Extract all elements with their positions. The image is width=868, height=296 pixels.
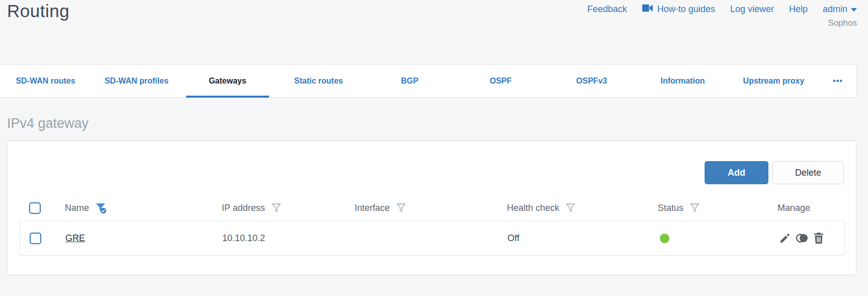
page-header: Routing Feedback How-to guides Log viewe… bbox=[0, 0, 868, 64]
filter-icon[interactable] bbox=[565, 202, 576, 213]
chevron-down-icon bbox=[851, 8, 857, 12]
tab-bar: SD-WAN routes SD-WAN profiles Gateways S… bbox=[0, 64, 857, 98]
tab-ospf[interactable]: OSPF bbox=[455, 65, 546, 97]
video-camera-icon bbox=[642, 4, 653, 15]
add-button[interactable]: Add bbox=[705, 161, 768, 184]
column-health-label: Health check bbox=[507, 203, 559, 213]
column-header-health: Health check bbox=[507, 202, 658, 213]
tab-static-routes[interactable]: Static routes bbox=[273, 65, 364, 97]
filter-icon[interactable] bbox=[271, 202, 282, 213]
tab-sdwan-routes[interactable]: SD-WAN routes bbox=[0, 65, 91, 97]
gateway-name-cell: GRE bbox=[65, 233, 222, 244]
tab-sdwan-profiles[interactable]: SD-WAN profiles bbox=[91, 65, 182, 97]
select-all-checkbox[interactable] bbox=[29, 202, 41, 214]
log-viewer-label: Log viewer bbox=[730, 4, 774, 15]
table-header-row: Name IP address bbox=[20, 195, 845, 220]
row-select-cell bbox=[20, 233, 65, 244]
column-name-label: Name bbox=[65, 203, 89, 213]
column-header-manage: Manage bbox=[777, 203, 845, 213]
help-label: Help bbox=[789, 4, 808, 15]
help-link[interactable]: Help bbox=[789, 4, 808, 15]
howto-guides-link[interactable]: How-to guides bbox=[642, 4, 715, 15]
top-navigation: Feedback How-to guides Log viewer Help a… bbox=[587, 4, 857, 15]
gateway-table: Name IP address bbox=[20, 195, 845, 256]
brand-label: Sophos bbox=[828, 18, 857, 28]
delete-button[interactable]: Delete bbox=[772, 161, 844, 184]
delete-trash-icon[interactable] bbox=[813, 232, 824, 244]
row-checkbox[interactable] bbox=[30, 233, 41, 244]
howto-guides-label: How-to guides bbox=[657, 4, 715, 15]
table-row: GRE 10.10.10.2 Off bbox=[20, 220, 845, 256]
main-content: IPv4 gateway Add Delete Name bbox=[0, 116, 868, 275]
filter-icon[interactable] bbox=[689, 202, 700, 213]
gateway-manage-cell bbox=[778, 232, 844, 244]
log-viewer-link[interactable]: Log viewer bbox=[730, 4, 774, 15]
feedback-link[interactable]: Feedback bbox=[587, 4, 627, 15]
tab-bgp[interactable]: BGP bbox=[364, 65, 455, 97]
column-header-ip: IP address bbox=[222, 202, 355, 213]
gateway-table-card: Add Delete Name bbox=[7, 140, 856, 275]
column-header-interface: Interface bbox=[355, 202, 507, 213]
table-toolbar: Add Delete bbox=[8, 141, 856, 184]
column-status-label: Status bbox=[658, 203, 683, 213]
gateway-health-cell: Off bbox=[507, 233, 658, 244]
column-ip-label: IP address bbox=[222, 203, 265, 213]
tab-ospfv3[interactable]: OSPFv3 bbox=[546, 65, 637, 97]
clone-icon[interactable] bbox=[796, 232, 809, 244]
gateway-name-link[interactable]: GRE bbox=[65, 233, 85, 243]
tab-information[interactable]: Information bbox=[637, 65, 728, 97]
status-indicator-green bbox=[660, 234, 669, 243]
user-menu-label: admin bbox=[823, 4, 847, 15]
column-header-status: Status bbox=[658, 202, 777, 213]
column-header-name: Name bbox=[65, 202, 222, 214]
feedback-link-label: Feedback bbox=[587, 4, 627, 15]
user-menu[interactable]: admin bbox=[823, 4, 857, 15]
gateway-status-cell bbox=[658, 234, 778, 243]
tab-upstream-proxy[interactable]: Upstream proxy bbox=[728, 65, 819, 97]
filter-active-icon[interactable] bbox=[95, 202, 107, 214]
edit-pencil-icon[interactable] bbox=[779, 232, 791, 244]
gateway-ip-cell: 10.10.10.2 bbox=[222, 233, 355, 244]
column-manage-label: Manage bbox=[777, 203, 810, 213]
tab-more-ellipsis[interactable]: ••• bbox=[819, 65, 856, 97]
filter-icon[interactable] bbox=[396, 202, 406, 213]
tab-gateways[interactable]: Gateways bbox=[182, 65, 273, 97]
page-title: Routing bbox=[7, 1, 69, 21]
section-heading: IPv4 gateway bbox=[7, 116, 868, 131]
column-interface-label: Interface bbox=[355, 203, 390, 213]
select-all-cell bbox=[20, 202, 65, 214]
